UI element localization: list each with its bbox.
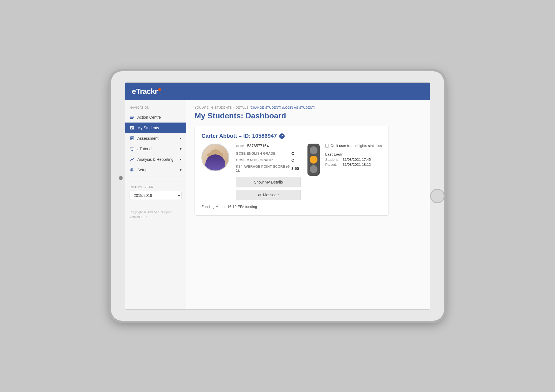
page-title: My Students: Dashboard: [195, 111, 422, 120]
year-select[interactable]: 2018/2019 2019/2020 2020/2021: [130, 191, 181, 200]
funding-model: Funding Model: 16-19 EFA funding: [201, 205, 382, 209]
breadcrumb-text: YOU ARE IN: STUDENTS > DETAILS: [195, 106, 249, 109]
my-students-icon: [130, 125, 135, 130]
uln-label: ULN:: [236, 144, 244, 148]
sidebar-divider: [125, 178, 186, 178]
gcse-maths-value: C: [291, 158, 294, 162]
svg-rect-12: [132, 150, 133, 151]
svg-rect-11: [130, 147, 134, 150]
home-button[interactable]: [430, 189, 445, 203]
card-right: Omit user from eLights statistics Last L…: [325, 144, 382, 167]
uln-value: 5376577154: [247, 144, 269, 148]
breadcrumb: YOU ARE IN: STUDENTS > DETAILS (CHANGE S…: [195, 106, 422, 109]
traffic-light: [307, 144, 320, 176]
uln-row: ULN: 5376577154: [236, 144, 301, 148]
parent-login-row: Parent: 31/08/2021 18:12: [325, 162, 382, 167]
action-centre-label: Action Centre: [137, 115, 161, 119]
etutorial-arrow: ▾: [180, 147, 181, 151]
sidebar-item-assessment[interactable]: Assessment ▾: [125, 133, 186, 144]
copyright-line1: Copyright © 2021 VLE Support: [130, 210, 181, 215]
parent-login-value: 31/08/2021 18:12: [343, 162, 371, 167]
analysis-label: Analysis & Reporting: [137, 157, 173, 162]
svg-rect-2: [130, 118, 133, 119]
change-year-label: CHANGE YEAR: [130, 185, 181, 189]
logo-text: eTrackr: [132, 87, 158, 96]
gcse-english-row: GCSE ENGLISH GRADE: C: [236, 151, 301, 156]
etutorial-icon: [130, 146, 135, 151]
app-window: eTrackr NAVIGATION Action Centre: [125, 82, 430, 310]
svg-rect-4: [131, 127, 133, 127]
svg-rect-13: [131, 151, 133, 151]
student-login-row: Student: 31/08/2021 17:45: [325, 157, 382, 162]
content-area: YOU ARE IN: STUDENTS > DETAILS (CHANGE S…: [186, 100, 430, 309]
avatar-area: [201, 144, 229, 171]
logo-dot: [158, 88, 161, 91]
svg-point-15: [130, 168, 134, 172]
sidebar-item-setup[interactable]: Setup ▾: [125, 165, 186, 175]
sidebar: NAVIGATION Action Centre: [125, 100, 186, 309]
login-as-student-link[interactable]: (LOGIN AS STUDENT): [282, 106, 315, 109]
nav-label: NAVIGATION: [125, 106, 186, 112]
student-name: Carter Abbott – ID: 10586947: [201, 133, 277, 139]
svg-rect-9: [131, 138, 133, 139]
omit-checkbox[interactable]: [325, 144, 329, 147]
etutorial-label: eTutorial: [137, 147, 152, 151]
main-content: NAVIGATION Action Centre: [125, 100, 430, 309]
avatar: [201, 144, 229, 171]
svg-point-14: [131, 169, 133, 171]
analysis-arrow: ▾: [180, 157, 181, 161]
sidebar-item-my-students[interactable]: My Students: [125, 123, 186, 133]
card-top-row: ULN: 5376577154 GCSE ENGLISH GRADE: C GC…: [201, 144, 382, 200]
show-details-button[interactable]: Show My Details: [236, 177, 301, 187]
gcse-english-value: C: [291, 151, 294, 156]
action-centre-icon: [130, 115, 135, 120]
sidebar-item-analysis-reporting[interactable]: Analysis & Reporting ▾: [125, 154, 186, 165]
side-button: [119, 176, 123, 180]
parent-login-label: Parent:: [325, 162, 340, 167]
setup-icon: [130, 167, 135, 172]
tablet-frame: eTrackr NAVIGATION Action Centre: [111, 71, 444, 321]
assessment-icon: [130, 136, 135, 141]
app-logo: eTrackr: [132, 87, 161, 96]
change-year-section: CHANGE YEAR 2018/2019 2019/2020 2020/202…: [125, 181, 186, 204]
message-button[interactable]: ✉ Message: [236, 190, 301, 200]
svg-rect-0: [130, 116, 134, 116]
student-login-label: Student:: [325, 157, 340, 162]
ks4-label: KS4 AVERAGE POINT SCORE (9-1):: [236, 165, 291, 172]
omit-check-row: Omit user from eLights statistics: [325, 144, 382, 148]
tl-red: [310, 146, 317, 154]
student-login-value: 31/08/2021 17:45: [343, 157, 371, 162]
svg-rect-5: [131, 128, 133, 128]
svg-rect-8: [131, 138, 133, 138]
gcse-english-label: GCSE ENGLISH GRADE:: [236, 152, 291, 156]
my-students-label: My Students: [137, 126, 159, 130]
svg-rect-10: [131, 139, 132, 140]
sidebar-item-etutorial[interactable]: eTutorial ▾: [125, 144, 186, 154]
svg-rect-6: [131, 128, 132, 129]
gcse-maths-label: GCSE MATHS GRADE:: [236, 158, 291, 162]
copyright-line2: Version 5.1.3: [130, 215, 181, 219]
last-login-title: Last Login: [325, 152, 382, 156]
student-details: ULN: 5376577154 GCSE ENGLISH GRADE: C GC…: [236, 144, 301, 200]
student-body: ULN: 5376577154 GCSE ENGLISH GRADE: C GC…: [201, 144, 320, 200]
last-login: Last Login Student: 31/08/2021 17:45 Par…: [325, 152, 382, 167]
sidebar-item-action-centre[interactable]: Action Centre: [125, 112, 186, 123]
copyright: Copyright © 2021 VLE Support Version 5.1…: [125, 204, 186, 222]
ks4-value: 3.50: [291, 166, 299, 171]
gcse-maths-row: GCSE MATHS GRADE: C: [236, 158, 301, 162]
student-card: Carter Abbott – ID: 10586947 ?: [195, 126, 389, 216]
tl-orange: [310, 156, 317, 164]
app-header: eTrackr: [125, 83, 430, 100]
help-icon[interactable]: ?: [279, 133, 285, 139]
assessment-arrow: ▾: [180, 136, 181, 140]
card-left: ULN: 5376577154 GCSE ENGLISH GRADE: C GC…: [201, 144, 320, 200]
analysis-icon: [130, 157, 135, 162]
action-buttons: Show My Details ✉ Message: [236, 177, 301, 200]
setup-label: Setup: [137, 168, 148, 172]
tl-green: [310, 165, 317, 173]
student-name-header: Carter Abbott – ID: 10586947 ?: [201, 133, 382, 139]
change-student-link[interactable]: (CHANGE STUDENT): [249, 106, 281, 109]
message-icon: ✉: [258, 193, 261, 197]
omit-label: Omit user from eLights statistics: [331, 144, 382, 148]
message-label: Message: [263, 193, 279, 197]
